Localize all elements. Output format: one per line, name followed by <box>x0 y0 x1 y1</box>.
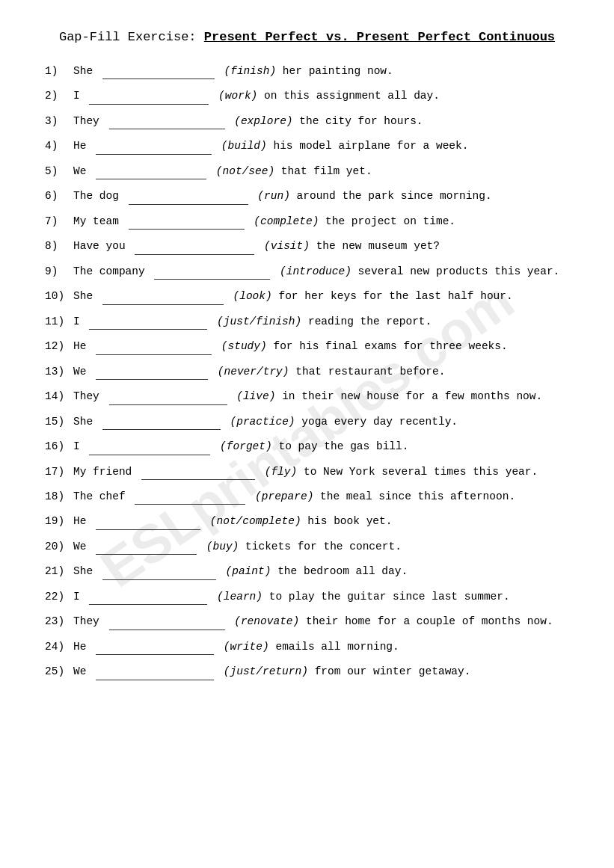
item-content: She (practice) yoga every day recently. <box>73 413 569 430</box>
hint-text: (never/try) <box>211 366 289 378</box>
exercise-item: 25)We (just/return) from our winter geta… <box>45 662 569 680</box>
exercise-item: 23)They (renovate) their home for a coup… <box>45 612 569 630</box>
hint-text: (work) <box>212 90 257 102</box>
item-content: She (finish) her painting now. <box>73 62 569 79</box>
item-content: They (live) in their new house for a few… <box>73 387 569 404</box>
item-number: 24) <box>45 638 73 655</box>
item-number: 4) <box>45 138 73 154</box>
item-content: The chef (prepare) the meal since this a… <box>73 487 569 505</box>
item-content: They (explore) the city for hours. <box>73 112 569 129</box>
answer-blank <box>96 137 212 154</box>
exercise-item: 20)We (buy) tickets for the concert. <box>45 538 569 555</box>
hint-text: (renovate) <box>228 615 300 627</box>
answer-blank <box>109 612 225 630</box>
item-number: 18) <box>45 488 73 505</box>
exercise-item: 6)The dog (run) around the park since mo… <box>45 187 569 204</box>
answer-blank <box>109 387 227 404</box>
answer-blank <box>96 638 214 655</box>
answer-blank <box>96 363 208 380</box>
item-number: 20) <box>45 538 73 555</box>
hint-text: (look) <box>227 290 272 302</box>
exercise-item: 13)We (never/try) that restaurant before… <box>45 363 569 380</box>
hint-text: (build) <box>215 140 267 152</box>
exercise-item: 22)I (learn) to play the guitar since la… <box>45 588 569 605</box>
exercise-item: 17)My friend (fly) to New York several t… <box>45 463 569 480</box>
exercise-item: 16)I (forget) to pay the gas bill. <box>45 437 569 455</box>
item-content: The dog (run) around the park since morn… <box>73 187 569 204</box>
hint-text: (just/return) <box>217 665 308 677</box>
exercise-item: 8)Have you (visit) the new museum yet? <box>45 237 569 254</box>
hint-text: (just/finish) <box>210 316 301 327</box>
hint-text: (live) <box>230 390 276 402</box>
exercise-item: 1)She (finish) her painting now. <box>45 62 569 79</box>
item-number: 6) <box>45 188 73 204</box>
exercise-item: 4)He (build) his model airplane for a we… <box>45 137 569 154</box>
item-content: I (forget) to pay the gas bill. <box>73 437 569 455</box>
hint-text: (not/complete) <box>203 515 301 527</box>
exercise-item: 19)He (not/complete) his book yet. <box>45 512 569 529</box>
answer-blank <box>129 212 245 230</box>
answer-blank <box>89 87 209 104</box>
answer-blank <box>154 262 270 280</box>
answer-blank <box>102 413 221 430</box>
title-prefix: Gap-Fill Exercise: <box>59 30 204 44</box>
item-number: 1) <box>45 63 73 79</box>
item-number: 16) <box>45 438 73 455</box>
item-number: 2) <box>45 87 73 104</box>
answer-blank <box>96 512 200 529</box>
answer-blank <box>89 313 207 330</box>
hint-text: (learn) <box>210 591 263 603</box>
item-number: 13) <box>45 363 73 380</box>
hint-text: (prepare) <box>248 490 313 502</box>
hint-text: (run) <box>251 190 290 202</box>
item-content: He (study) for his final exams for three… <box>73 337 569 354</box>
page-content: Gap-Fill Exercise: Present Perfect vs. P… <box>45 30 569 680</box>
hint-text: (practice) <box>224 416 295 428</box>
hint-text: (paint) <box>219 565 271 577</box>
answer-blank <box>96 538 197 555</box>
answer-blank <box>89 437 210 455</box>
item-number: 23) <box>45 613 73 630</box>
item-number: 7) <box>45 213 73 230</box>
item-content: He (write) emails all morning. <box>73 638 569 655</box>
item-content: My friend (fly) to New York several time… <box>73 463 569 480</box>
item-number: 19) <box>45 513 73 529</box>
item-content: They (renovate) their home for a couple … <box>73 612 569 630</box>
item-number: 22) <box>45 588 73 605</box>
item-number: 3) <box>45 113 73 129</box>
item-number: 15) <box>45 413 73 430</box>
item-number: 12) <box>45 338 73 354</box>
item-content: My team (complete) the project on time. <box>73 212 569 230</box>
exercise-item: 18)The chef (prepare) the meal since thi… <box>45 487 569 505</box>
item-number: 8) <box>45 238 73 254</box>
item-number: 5) <box>45 163 73 179</box>
hint-text: (explore) <box>228 115 293 127</box>
hint-text: (visit) <box>257 240 310 252</box>
item-content: She (paint) the bedroom all day. <box>73 562 569 579</box>
item-content: He (not/complete) his book yet. <box>73 512 569 529</box>
answer-blank <box>102 62 215 79</box>
item-content: I (just/finish) reading the report. <box>73 313 569 330</box>
exercise-item: 24)He (write) emails all morning. <box>45 638 569 655</box>
page-title: Gap-Fill Exercise: Present Perfect vs. P… <box>45 30 569 44</box>
item-number: 9) <box>45 263 73 280</box>
exercise-item: 21)She (paint) the bedroom all day. <box>45 562 569 579</box>
answer-blank <box>135 487 245 505</box>
item-number: 25) <box>45 663 73 680</box>
answer-blank <box>102 287 224 304</box>
hint-text: (forget) <box>213 440 271 452</box>
exercise-item: 10)She (look) for her keys for the last … <box>45 287 569 304</box>
exercise-item: 15)She (practice) yoga every day recentl… <box>45 413 569 430</box>
answer-blank <box>89 588 207 605</box>
item-content: Have you (visit) the new museum yet? <box>73 237 569 254</box>
exercise-item: 11)I (just/finish) reading the report. <box>45 313 569 330</box>
item-number: 17) <box>45 464 73 480</box>
item-content: We (just/return) from our winter getaway… <box>73 662 569 680</box>
item-number: 11) <box>45 313 73 330</box>
item-content: I (learn) to play the guitar since last … <box>73 588 569 605</box>
item-content: We (not/see) that film yet. <box>73 162 569 179</box>
exercise-item: 7)My team (complete) the project on time… <box>45 212 569 230</box>
item-content: We (buy) tickets for the concert. <box>73 538 569 555</box>
item-number: 14) <box>45 388 73 404</box>
hint-text: (finish) <box>218 65 276 77</box>
